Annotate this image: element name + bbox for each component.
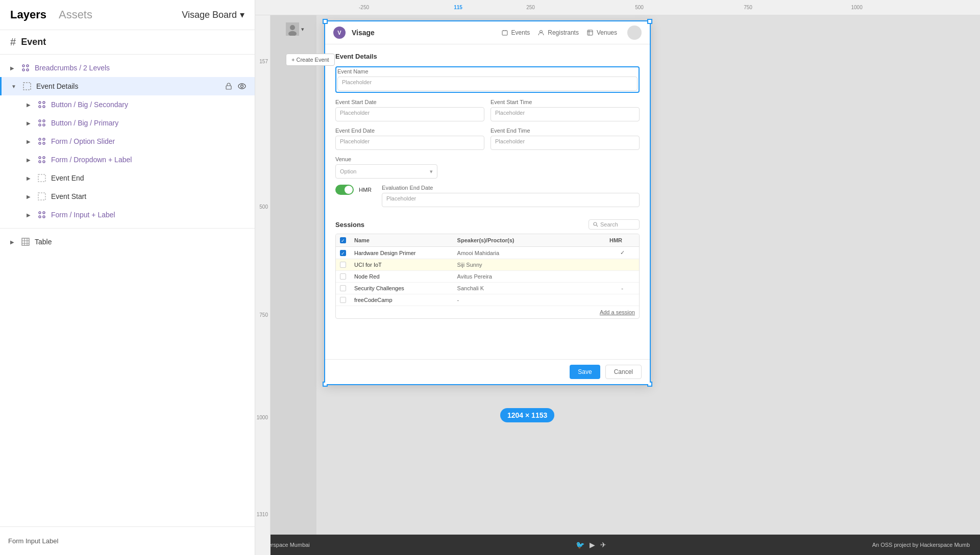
layer-item-form-option-slider[interactable]: ▶ Form / Option Slider <box>0 132 255 150</box>
session-checkbox-0[interactable] <box>340 250 350 256</box>
end-time-input[interactable]: Placeholder <box>491 136 640 150</box>
layer-item-form-dropdown[interactable]: ▶ Form / Dropdown + Label <box>0 150 255 169</box>
panel-header: Layers Assets Visage Board ▾ <box>0 0 255 30</box>
board-title-dropdown[interactable]: Visage Board ▾ <box>182 9 244 20</box>
event-name-input[interactable]: Placeholder <box>337 77 638 91</box>
nav-registrants[interactable]: Registrants <box>538 29 579 36</box>
youtube-icon[interactable]: ▶ <box>590 541 595 549</box>
form-container: Event Details Event Name Placeholder Eve… <box>325 44 650 382</box>
session-speaker-4: - <box>457 297 605 303</box>
eye-icon[interactable] <box>237 82 247 91</box>
session-checkbox-1[interactable] <box>340 262 350 268</box>
end-date-input[interactable]: Placeholder <box>335 136 484 150</box>
ruler-num-115: 115 <box>454 5 462 10</box>
th-speaker: Speaker(s)/Proctor(s) <box>457 237 605 243</box>
svg-point-23 <box>43 161 45 163</box>
session-row-1[interactable]: UCI for IoT Siji Sunny <box>336 259 639 271</box>
nav-events[interactable]: Events <box>502 29 530 36</box>
layer-item-button-primary[interactable]: ▶ Button / Big / Primary <box>0 114 255 132</box>
layer-item-event-start[interactable]: ▶ Event Start <box>0 187 255 206</box>
handle-top-left[interactable] <box>323 19 328 24</box>
svg-point-18 <box>39 142 41 144</box>
session-row-2[interactable]: Node Red Avitus Pereira <box>336 271 639 283</box>
layer-item-form-input-label-text: Form / Input + Label <box>51 211 247 219</box>
row0-checkbox <box>340 250 346 256</box>
cancel-button[interactable]: Cancel <box>605 365 642 379</box>
create-event-button[interactable]: + Create Event <box>286 54 335 66</box>
layer-item-event-start-label: Event Start <box>51 192 247 200</box>
twitter-icon[interactable]: 🐦 <box>576 541 584 549</box>
form-field-event-name: Event Name Placeholder <box>335 66 640 93</box>
session-checkbox-3[interactable] <box>340 285 350 291</box>
table-header-row: Name Speaker(s)/Proctor(s) HMR <box>336 234 639 247</box>
ruler-num-250: 250 <box>526 5 535 10</box>
component-icon-form-slider <box>37 136 47 146</box>
layer-item-event-end[interactable]: ▶ Event End <box>0 169 255 187</box>
vruler-750: 750 <box>259 312 268 318</box>
end-time-label: Event End Time <box>491 128 640 134</box>
svg-point-10 <box>39 106 41 108</box>
layer-item-table[interactable]: ▶ Table <box>0 233 255 251</box>
session-hmr-0: ✓ <box>609 249 635 256</box>
app-nav: Events Registrants Venues <box>502 29 617 36</box>
th-name: Name <box>354 237 453 243</box>
frame-icon-event-start <box>37 191 47 201</box>
layer-item-breadcrumbs[interactable]: ▶ Breadcrumbs / 2 Levels <box>0 59 255 77</box>
venue-select[interactable]: Option ▾ <box>335 164 437 179</box>
app-bar: V Visage Events Registrants Venues <box>325 21 650 44</box>
row2-checkbox <box>340 273 346 280</box>
venue-chevron-icon: ▾ <box>430 168 433 175</box>
start-time-input[interactable]: Placeholder <box>491 107 640 121</box>
layer-item-button-secondary[interactable]: ▶ Button / Big / Secondary <box>0 95 255 114</box>
svg-point-35 <box>290 25 295 30</box>
tab-assets[interactable]: Assets <box>59 8 92 21</box>
session-row-3[interactable]: Security Challenges Sanchali K - <box>336 283 639 294</box>
nav-venues[interactable]: Venues <box>587 29 617 36</box>
frame-icon-event-details <box>22 81 32 91</box>
tab-layers[interactable]: Layers <box>10 8 46 21</box>
start-date-input[interactable]: Placeholder <box>335 107 484 121</box>
add-session-link[interactable]: Add a session <box>336 306 639 318</box>
add-session-label: Add a session <box>600 309 635 315</box>
session-row-0[interactable]: Hardware Design Primer Amooi Mahidaria ✓ <box>336 247 639 259</box>
layer-item-event-details-label: Event Details <box>36 82 220 90</box>
layer-item-btn-primary-label: Button / Big / Primary <box>51 119 247 127</box>
form-field-end-date: Event End Date Placeholder <box>335 128 484 150</box>
lock-icon[interactable] <box>224 82 233 91</box>
svg-point-19 <box>43 142 45 144</box>
dimension-badge: 1204 × 1153 <box>500 408 554 422</box>
component-icon-form-dropdown <box>37 155 47 165</box>
svg-point-14 <box>39 124 41 126</box>
nav-events-label: Events <box>511 29 530 36</box>
vruler-157: 157 <box>259 59 268 64</box>
header-checkbox[interactable] <box>340 237 346 243</box>
frame-icon-event-end <box>37 173 47 183</box>
session-name-2: Node Red <box>354 273 453 280</box>
session-row-4[interactable]: freeCodeCamp - <box>336 294 639 306</box>
vruler-500: 500 <box>259 204 268 210</box>
layer-item-event-details[interactable]: ▼ Event Details <box>0 77 255 95</box>
save-button[interactable]: Save <box>570 365 600 379</box>
layer-item-form-input-label[interactable]: ▶ Form / Input + Label <box>0 206 255 224</box>
handle-top-right[interactable] <box>647 19 652 24</box>
sessions-header: Sessions Search <box>335 219 640 230</box>
search-icon <box>593 222 598 227</box>
svg-point-6 <box>238 84 246 89</box>
telegram-icon[interactable]: ✈ <box>600 541 606 549</box>
search-placeholder: Search <box>600 221 618 228</box>
session-checkbox-4[interactable] <box>340 297 350 303</box>
session-checkbox-2[interactable] <box>340 273 350 280</box>
eval-end-date-input[interactable]: Placeholder <box>382 193 640 207</box>
expand-arrow-event-end: ▶ <box>24 174 33 182</box>
venue-option-text: Option <box>340 168 356 174</box>
sessions-search[interactable]: Search <box>589 219 640 230</box>
session-name-0: Hardware Design Primer <box>354 250 453 256</box>
event-title: Event <box>21 37 46 47</box>
expand-arrow-btn-secondary: ▶ <box>24 100 33 109</box>
svg-point-44 <box>594 222 597 225</box>
svg-rect-41 <box>587 30 593 35</box>
svg-rect-37 <box>502 31 507 35</box>
hmr-toggle[interactable] <box>335 185 354 195</box>
event-name-label: Event Name <box>337 68 638 74</box>
svg-rect-5 <box>226 86 231 89</box>
